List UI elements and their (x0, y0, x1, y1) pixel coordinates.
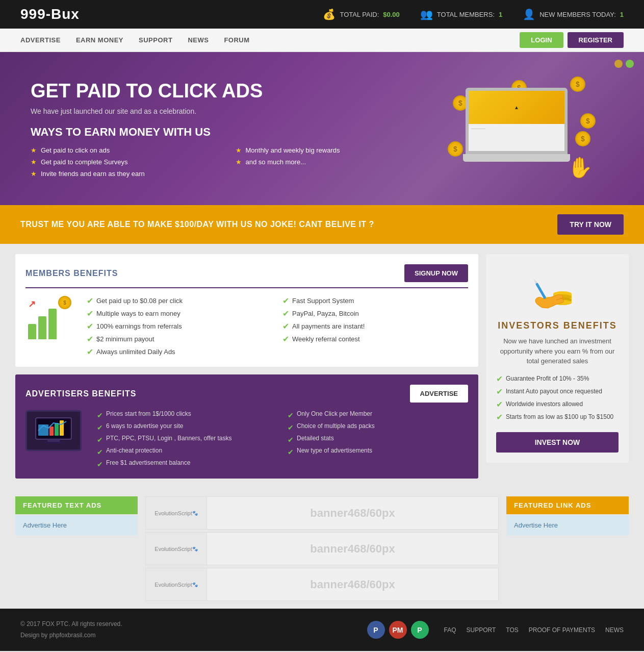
hero-subtitle: We have just launched our site and as a … (31, 107, 420, 115)
banner-logo-2: EvolutionScript 🐾 (146, 533, 207, 565)
hero-image: $ $ $ $ $ $ ▲ ───── ✋ (420, 72, 613, 185)
advertiser-item: ✔Free $1 advertisement balance (97, 459, 277, 468)
banner-content-1: banner468/60px (207, 507, 498, 520)
design-credit: Design by phpfoxbrasil.com (20, 630, 352, 641)
benefit-item: ✔100% earnings from referrals (87, 321, 272, 331)
advertiser-item: ✔Choice of multiple ads packs (288, 422, 468, 432)
investors-description: Now we have lunched an investment opport… (496, 336, 619, 366)
nav-advertise[interactable]: ADVERTISE (20, 36, 61, 44)
total-members-label: TOTAL MEMBERS: (437, 11, 495, 18)
footer-support-link[interactable]: SUPPORT (467, 626, 496, 634)
check-icon: ✔ (87, 309, 93, 318)
check-icon: ✔ (282, 321, 289, 331)
banner-content-3: banner468/60px (207, 578, 498, 591)
nav-news[interactable]: NEWS (188, 36, 209, 44)
banner-item-2[interactable]: EvolutionScript 🐾 banner468/60px (145, 532, 499, 565)
coin-decoration: $ (580, 113, 596, 129)
check-icon: ✔ (87, 321, 93, 331)
members-benefits-header: MEMBERS BENEFITS SIGNUP NOW (25, 264, 468, 288)
featured-link-ads-header: FEATURED LINK ADS (506, 496, 629, 514)
advertisers-benefits-body: ✔Prices start from 1$/1000 clicks ✔Only … (25, 410, 468, 468)
advertisers-benefits-list: ✔Prices start from 1$/1000 clicks ✔Only … (97, 410, 468, 468)
footer-faq-link[interactable]: FAQ (444, 626, 456, 634)
check-icon: ✔ (97, 423, 103, 432)
banner-bar: TRUST ME YOU ARE ABLE TO MAKE $100/DAY W… (0, 205, 644, 244)
nav-forum[interactable]: FORUM (224, 36, 249, 44)
advertise-button[interactable]: ADVERTISE (410, 385, 468, 403)
total-members-stat: 👥 TOTAL MEMBERS: 1 (420, 8, 502, 20)
carousel-dot-1[interactable] (614, 60, 623, 68)
check-icon: ✔ (496, 399, 503, 409)
members-benefits-body: ↗ $ ✔Get paid up to $0.08 per click ✔Fas… (25, 296, 468, 357)
featured-link-ad-item[interactable]: Advertise Here (506, 515, 629, 535)
top-bar: 999-Bux 💰 TOTAL PAID: $0.00 👥 TOTAL MEMB… (0, 0, 644, 29)
investor-item: ✔Worldwide investors allowed (496, 399, 619, 409)
benefit-item: ✔All payments are instant! (282, 321, 468, 331)
advertiser-item: ✔Detailed stats (288, 435, 468, 444)
nav-buttons: LOGIN REGISTER (520, 32, 624, 48)
svg-marker-18 (533, 278, 537, 284)
banner-item-3[interactable]: EvolutionScript 🐾 banner468/60px (145, 568, 499, 601)
try-it-now-button[interactable]: TRY IT NOW (557, 214, 624, 235)
login-button[interactable]: LOGIN (520, 32, 563, 48)
nav-support[interactable]: SUPPORT (139, 36, 172, 44)
total-paid-stat: 💰 TOTAL PAID: $0.00 (323, 8, 399, 20)
total-members-value: 1 (499, 11, 502, 18)
register-button[interactable]: REGISTER (568, 32, 624, 48)
signup-now-button[interactable]: SIGNUP NOW (404, 264, 468, 282)
members-benefits-box: MEMBERS BENEFITS SIGNUP NOW ↗ $ ✔Get pai… (15, 254, 478, 367)
featured-text-ad-item[interactable]: Advertise Here (15, 515, 138, 535)
check-icon: ✔ (87, 347, 93, 357)
footer-links: FAQ SUPPORT TOS PROOF OF PAYMENTS NEWS (444, 626, 624, 634)
advertiser-item: ✔Only One Click per Member (288, 410, 468, 419)
invest-now-button[interactable]: INVEST NOW (496, 432, 619, 453)
new-member-icon: 👤 (523, 8, 535, 20)
advertisers-benefits-title: ADVERTISERS BENEFITS (25, 389, 136, 398)
footer-proof-link[interactable]: PROOF OF PAYMENTS (529, 626, 595, 634)
featured-text-ads: FEATURED TEXT ADS Advertise Here (15, 496, 138, 601)
hero-features-list: Get paid to click on ads Monthly and wee… (31, 146, 420, 178)
monitor-icon-area (25, 410, 87, 468)
main-nav: ADVERTISE EARN MONEY SUPPORT NEWS FORUM (20, 29, 520, 52)
check-icon: ✔ (288, 411, 294, 419)
svg-rect-7 (43, 442, 64, 443)
banner-item-1[interactable]: EvolutionScript 🐾 banner468/60px (145, 496, 499, 530)
nav-earn-money[interactable]: EARN MONEY (76, 36, 123, 44)
total-paid-value: $0.00 (383, 11, 400, 18)
hero-content: GET PAID TO CLICK ADS We have just launc… (31, 80, 420, 178)
hero-feature-2: Get paid to complete Surveys (31, 158, 215, 166)
benefit-item: ✔$2 minimum payout (87, 334, 272, 344)
laptop-illustration: ▲ ───── (466, 88, 568, 162)
benefit-item: ✔Weekly referral contest (282, 334, 468, 344)
footer: © 2017 FOX PTC. All rights reserved. Des… (0, 609, 644, 651)
check-icon: ✔ (97, 448, 103, 456)
banner-content-2: banner468/60px (207, 542, 498, 556)
check-icon: ✔ (288, 436, 294, 444)
banner-logo-1: EvolutionScript 🐾 (146, 497, 207, 529)
benefit-item: ✔Get paid up to $0.08 per click (87, 296, 272, 306)
check-icon: ✔ (97, 436, 103, 444)
featured-link-ads: FEATURED LINK ADS Advertise Here (506, 496, 629, 601)
check-icon: ✔ (87, 334, 93, 344)
hand-coins-svg (527, 264, 588, 315)
investors-illustration (496, 264, 619, 315)
check-icon: ✔ (282, 309, 289, 318)
banners-area: EvolutionScript 🐾 banner468/60px Evoluti… (145, 496, 499, 601)
check-icon: ✔ (496, 387, 503, 396)
svg-rect-3 (49, 427, 54, 436)
new-members-stat: 👤 NEW MEMBERS TODAY: 1 (523, 8, 624, 20)
hand-icon: ✋ (568, 156, 593, 180)
footer-payment-icons: P PM P (367, 621, 429, 639)
footer-tos-link[interactable]: TOS (506, 626, 518, 634)
check-icon: ✔ (496, 412, 503, 422)
new-members-value: 1 (620, 11, 624, 18)
svg-rect-5 (60, 420, 64, 436)
benefit-item: ✔PayPal, Payza, Bitcoin (282, 309, 468, 318)
coin-decoration: $ (570, 77, 585, 92)
monitor-icon (25, 410, 82, 451)
carousel-dot-2[interactable] (626, 60, 634, 68)
benefit-item: ✔Multiple ways to earn money (87, 309, 272, 318)
check-icon: ✔ (87, 296, 93, 306)
hero-ways-title: WAYS TO EARN MONEY WITH US (31, 126, 420, 139)
footer-news-link[interactable]: NEWS (605, 626, 624, 634)
